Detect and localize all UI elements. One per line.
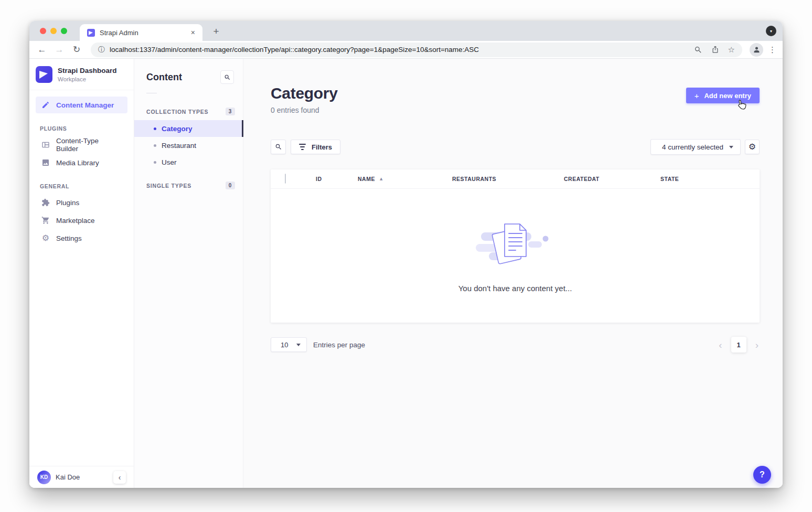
sidebar-item-label: Settings — [56, 234, 82, 242]
browser-profile-avatar[interactable] — [750, 43, 763, 57]
divider — [146, 93, 157, 93]
chevron-down-icon — [296, 344, 301, 346]
back-button[interactable]: ← — [36, 44, 48, 56]
subnav-item-category[interactable]: Category — [134, 120, 243, 137]
table-settings-button[interactable]: ⚙ — [745, 140, 760, 154]
collection-types-label: COLLECTION TYPES — [146, 109, 208, 115]
workspace-brand[interactable]: Strapi Dashboard Workplace — [29, 59, 134, 90]
share-icon[interactable] — [711, 45, 719, 54]
record-indicator-icon[interactable]: ▼ — [766, 26, 776, 36]
subnav-search-button[interactable] — [220, 70, 234, 84]
strapi-logo-icon — [36, 66, 52, 83]
column-header-createdat[interactable]: CREATEDAT — [564, 176, 660, 182]
columns-selected-dropdown[interactable]: 4 currently selected — [650, 139, 741, 155]
next-page-button[interactable]: › — [754, 340, 760, 350]
sidebar-item-label: Plugins — [56, 199, 79, 207]
filters-button[interactable]: Filters — [291, 140, 340, 154]
minimize-window-button[interactable] — [50, 28, 57, 34]
previous-page-button[interactable]: ‹ — [718, 340, 723, 350]
chevron-down-icon — [729, 146, 733, 148]
help-button[interactable]: ? — [753, 466, 771, 484]
sidebar-item-marketplace[interactable]: Marketplace — [36, 212, 127, 229]
main-sidebar: Strapi Dashboard Workplace Content Manag… — [29, 59, 134, 488]
column-header-state[interactable]: STATE — [660, 176, 760, 182]
column-header-id[interactable]: ID — [316, 176, 358, 182]
pencil-icon — [41, 100, 50, 110]
plugins-section-label: PLUGINS — [29, 114, 134, 135]
general-section-label: GENERAL — [29, 172, 134, 193]
zoom-window-button[interactable] — [61, 28, 67, 34]
tab-strip: Strapi Admin × + ▼ — [29, 21, 783, 41]
subnav-item-label: User — [162, 158, 177, 166]
forward-button: → — [53, 44, 66, 56]
page-title: Category — [271, 84, 338, 102]
sidebar-item-label: Media Library — [56, 159, 99, 167]
user-name[interactable]: Kai Doe — [56, 473, 80, 481]
pagination-bar: 10 Entries per page ‹ 1 › — [271, 337, 760, 353]
sidebar-item-plugins[interactable]: Plugins — [36, 194, 127, 211]
filter-icon — [299, 144, 306, 150]
empty-state-text: You don't have any content yet... — [458, 284, 572, 293]
browser-menu-icon[interactable]: ⋮ — [768, 45, 776, 55]
strapi-favicon-icon — [87, 29, 95, 37]
layout-grid-icon — [41, 140, 50, 150]
content-subnav: Content COLLECTION TYPES 3 Category Rest… — [134, 59, 243, 488]
page-size-value: 10 — [281, 341, 288, 349]
cart-icon — [41, 216, 50, 225]
user-avatar[interactable]: KD — [37, 471, 51, 484]
omnibox-icons: ☆ — [689, 45, 735, 54]
workspace-subtitle: Workplace — [58, 76, 117, 82]
page-size-dropdown[interactable]: 10 — [271, 337, 307, 352]
plus-icon: + — [695, 91, 699, 100]
table-search-button[interactable] — [271, 140, 286, 154]
image-icon — [41, 158, 50, 167]
sidebar-item-content-manager[interactable]: Content Manager — [36, 97, 127, 113]
entries-per-page-label: Entries per page — [313, 341, 365, 349]
subnav-item-user[interactable]: User — [134, 154, 243, 170]
zoom-icon[interactable] — [694, 46, 702, 54]
single-types-count-badge: 0 — [226, 182, 235, 189]
url-text[interactable]: localhost:1337/admin/content-manager/col… — [110, 46, 479, 54]
browser-tab[interactable]: Strapi Admin × — [80, 24, 202, 41]
sort-asc-icon: ▲ — [380, 177, 383, 181]
empty-documents-illustration — [476, 218, 554, 270]
subnav-item-label: Category — [162, 125, 193, 133]
subnav-item-restaurant[interactable]: Restaurant — [134, 137, 243, 154]
sidebar-item-content-type-builder[interactable]: Content-Type Builder — [36, 136, 127, 153]
column-header-name[interactable]: NAME ▲ — [358, 176, 452, 182]
select-all-checkbox[interactable] — [285, 174, 286, 184]
site-info-icon[interactable]: ⓘ — [98, 45, 105, 55]
workspace-title: Strapi Dashboard — [58, 67, 117, 76]
puzzle-icon — [41, 198, 50, 207]
reload-button[interactable]: ↻ — [70, 44, 83, 56]
new-tab-button[interactable]: + — [210, 25, 222, 38]
browser-toolbar: ← → ↻ ⓘ localhost:1337/admin/content-man… — [29, 41, 783, 59]
empty-state: You don't have any content yet... — [271, 189, 760, 293]
bullet-icon — [154, 161, 156, 164]
tab-close-icon[interactable]: × — [189, 27, 197, 38]
table-header-row: ID NAME ▲ RESTAURANTS CREATEDAT STATE — [271, 169, 760, 189]
sidebar-item-media-library[interactable]: Media Library — [36, 154, 127, 171]
bullet-icon — [154, 144, 156, 147]
sidebar-item-settings[interactable]: ⚙ Settings — [36, 230, 127, 247]
add-new-entry-button[interactable]: + Add new entry — [686, 88, 760, 103]
entries-count: 0 entries found — [271, 106, 338, 114]
sidebar-footer: KD Kai Doe ‹ — [29, 466, 134, 488]
column-header-restaurants[interactable]: RESTAURANTS — [452, 176, 564, 182]
gear-icon: ⚙ — [41, 233, 50, 243]
bullet-icon — [154, 127, 156, 130]
collapse-sidebar-button[interactable]: ‹ — [113, 471, 126, 484]
close-window-button[interactable] — [40, 28, 46, 34]
strapi-app: Strapi Dashboard Workplace Content Manag… — [29, 59, 783, 488]
tab-title: Strapi Admin — [100, 29, 189, 37]
address-bar[interactable]: ⓘ localhost:1337/admin/content-manager/c… — [91, 42, 742, 57]
filters-label: Filters — [312, 143, 332, 151]
subnav-title: Content — [146, 72, 182, 83]
entries-table: ID NAME ▲ RESTAURANTS CREATEDAT STATE — [271, 169, 760, 323]
traffic-lights — [40, 28, 67, 34]
bookmark-star-icon[interactable]: ☆ — [728, 46, 735, 54]
sidebar-item-label: Content-Type Builder — [56, 137, 122, 153]
sidebar-item-label: Content Manager — [56, 101, 114, 109]
columns-selected-label: 4 currently selected — [662, 143, 723, 151]
page-number-button[interactable]: 1 — [731, 337, 746, 353]
